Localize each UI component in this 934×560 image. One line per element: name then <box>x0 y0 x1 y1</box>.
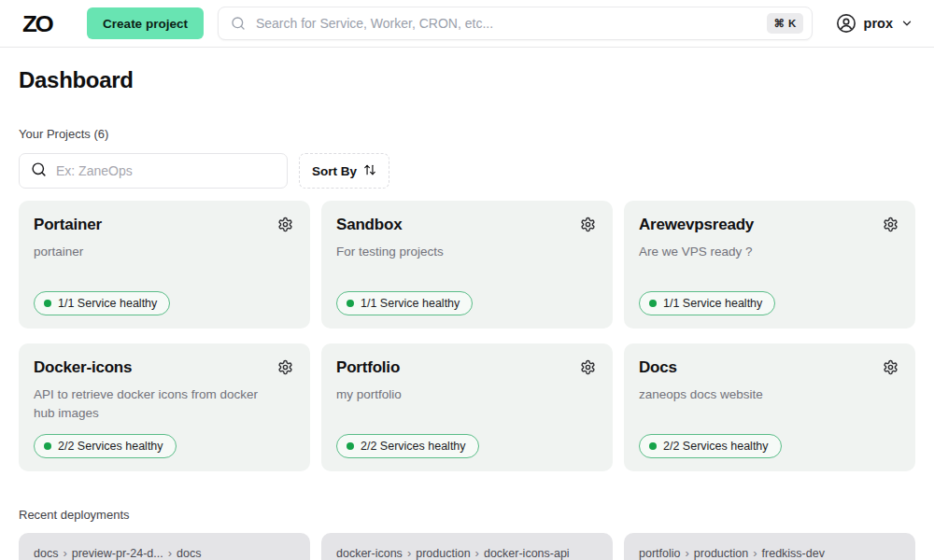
gear-icon <box>277 359 293 375</box>
recent-deployments-label: Recent deployments <box>19 508 915 522</box>
projects-count-label: Your Projects (6) <box>19 127 915 141</box>
project-name: Portainer <box>34 216 102 234</box>
project-filter-input[interactable] <box>56 163 276 178</box>
projects-grid: Portainer portainer 1/1 Service healthy … <box>19 201 915 471</box>
health-dot <box>44 442 51 450</box>
global-search-input[interactable]: Search for Service, Worker, CRON, etc...… <box>218 7 813 40</box>
zaneops-logo[interactable]: ZO <box>22 9 51 36</box>
project-description: For testing projects <box>336 243 581 261</box>
breadcrumb-segment: docker-icons <box>336 547 403 560</box>
breadcrumb-segment: production <box>416 547 470 560</box>
chevron-down-icon <box>900 17 913 30</box>
search-icon <box>31 161 47 181</box>
status-text: 1/1 Service healthy <box>58 297 157 310</box>
project-settings-button[interactable] <box>578 357 598 377</box>
status-badge: 1/1 Service healthy <box>639 291 775 315</box>
project-card-sandbox[interactable]: Sandbox For testing projects 1/1 Service… <box>321 201 613 329</box>
deployment-item[interactable]: portfolio›production›fredkiss-dev <box>624 533 915 560</box>
breadcrumb-segment: production <box>694 547 748 560</box>
dashboard-main: Dashboard Your Projects (6) Sort By Port… <box>0 48 934 560</box>
breadcrumb-segment: fredkiss-dev <box>762 547 825 560</box>
sort-by-button[interactable]: Sort By <box>299 153 389 189</box>
health-dot <box>44 300 51 307</box>
create-project-button[interactable]: Create project <box>87 7 204 39</box>
shortcut-badge: ⌘ K <box>767 13 803 34</box>
breadcrumb-separator-icon: › <box>63 546 66 560</box>
deployment-item[interactable]: docs›preview-pr-24-d...›docs <box>19 533 310 560</box>
breadcrumb-separator-icon: › <box>753 546 757 560</box>
gear-icon <box>277 217 293 232</box>
status-text: 2/2 Services healthy <box>58 440 163 453</box>
project-card-portainer[interactable]: Portainer portainer 1/1 Service healthy <box>19 201 310 329</box>
page-title: Dashboard <box>19 67 915 93</box>
status-text: 2/2 Services healthy <box>361 440 466 453</box>
search-icon <box>231 16 246 31</box>
sort-by-label: Sort By <box>312 164 357 178</box>
breadcrumb-segment: docker-icons-api <box>484 547 570 560</box>
project-card-portfolio[interactable]: Portfolio my portfolio 2/2 Services heal… <box>321 343 613 471</box>
top-nav: ZO Create project Search for Service, Wo… <box>0 0 934 48</box>
gear-icon <box>580 217 596 232</box>
breadcrumb-separator-icon: › <box>685 546 688 560</box>
health-dot <box>649 442 657 450</box>
status-text: 1/1 Service healthy <box>663 297 762 310</box>
gear-icon <box>883 359 899 375</box>
arrow-up-down-icon <box>363 163 376 179</box>
health-dot <box>347 442 354 450</box>
status-badge: 2/2 Services healthy <box>639 434 782 458</box>
deployment-item[interactable]: docker-icons›production›docker-icons-api <box>321 533 613 560</box>
project-description: portainer <box>34 243 278 261</box>
project-description: my portfolio <box>336 385 581 404</box>
project-settings-button[interactable] <box>881 357 900 377</box>
gear-icon <box>883 217 899 232</box>
gear-icon <box>580 359 596 375</box>
global-search-placeholder: Search for Service, Worker, CRON, etc... <box>256 16 757 31</box>
user-menu[interactable]: prox <box>814 13 913 34</box>
deployments-grid: docs›preview-pr-24-d...›docs docker-icon… <box>19 533 915 560</box>
project-name: Arewevpsready <box>639 216 754 234</box>
status-badge: 1/1 Service healthy <box>336 291 473 315</box>
project-name: Docker-icons <box>34 358 132 377</box>
project-description: Are we VPS ready ? <box>639 243 884 261</box>
project-settings-button[interactable] <box>276 357 295 377</box>
project-settings-button[interactable] <box>881 215 900 234</box>
project-card-docs[interactable]: Docs zaneops docs website 2/2 Services h… <box>624 343 915 471</box>
project-name: Portfolio <box>336 358 400 377</box>
project-description: zaneops docs website <box>639 385 884 404</box>
breadcrumb-segment: docs <box>177 547 201 560</box>
health-dot <box>347 300 354 307</box>
project-card-arewevpsready[interactable]: Arewevpsready Are we VPS ready ? 1/1 Ser… <box>624 201 915 329</box>
project-name: Sandbox <box>336 216 402 234</box>
breadcrumb-separator-icon: › <box>475 546 479 560</box>
breadcrumb-separator-icon: › <box>407 546 411 560</box>
status-text: 1/1 Service healthy <box>361 297 460 310</box>
breadcrumb-separator-icon: › <box>168 546 172 560</box>
status-text: 2/2 Services healthy <box>663 440 769 453</box>
project-description: API to retrieve docker icons from docker… <box>34 385 278 424</box>
projects-controls: Sort By <box>19 153 915 189</box>
user-name: prox <box>864 16 893 31</box>
breadcrumb-segment: portfolio <box>639 547 680 560</box>
health-dot <box>649 300 657 307</box>
project-filter-field[interactable] <box>19 153 288 189</box>
breadcrumb-segment: preview-pr-24-d... <box>72 547 163 560</box>
status-badge: 1/1 Service healthy <box>34 291 170 315</box>
breadcrumb-segment: docs <box>34 547 58 560</box>
project-name: Docs <box>639 358 677 377</box>
user-avatar-icon <box>836 13 856 34</box>
status-badge: 2/2 Services healthy <box>34 434 177 458</box>
project-card-docker-icons[interactable]: Docker-icons API to retrieve docker icon… <box>19 343 310 471</box>
project-settings-button[interactable] <box>276 215 295 234</box>
status-badge: 2/2 Services healthy <box>336 434 479 458</box>
project-settings-button[interactable] <box>578 215 598 234</box>
